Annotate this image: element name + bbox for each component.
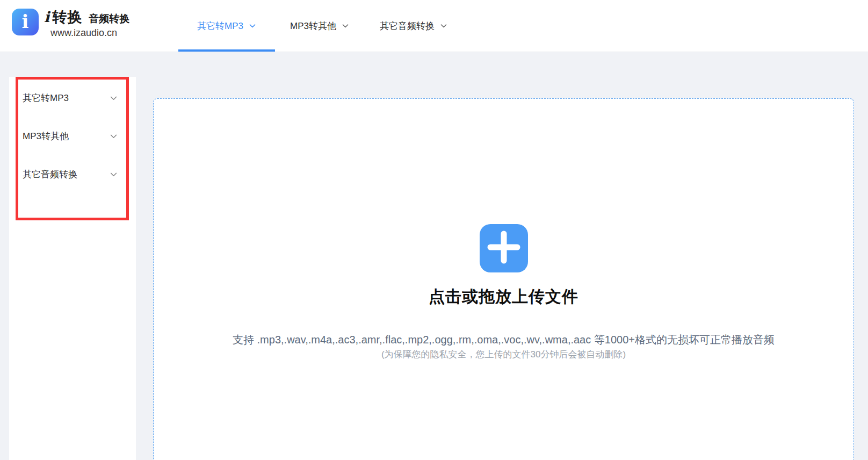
add-file-button[interactable] — [480, 224, 528, 272]
header: i i转换 音频转换 www.izaudio.cn 其它转MP3 MP3转其他 … — [0, 0, 868, 52]
chevron-down-icon — [110, 132, 118, 140]
sidebar-item-mp3-to-other[interactable]: MP3转其他 — [23, 126, 118, 146]
brand-subtitle: 音频转换 — [89, 12, 129, 26]
upload-privacy-note: (为保障您的隐私安全，您上传的文件30分钟后会被自动删除) — [381, 348, 626, 361]
chevron-down-icon — [249, 22, 256, 30]
nav-tab-label: MP3转其他 — [290, 20, 336, 32]
logo-letter: i — [22, 12, 29, 31]
upload-dropzone[interactable]: 点击或拖放上传文件 支持 .mp3,.wav,.m4a,.ac3,.amr,.f… — [153, 98, 854, 460]
chevron-down-icon — [440, 22, 447, 30]
chevron-down-icon — [110, 94, 118, 102]
brand-text: i转换 音频转换 www.izaudio.cn — [44, 8, 129, 39]
app-logo-icon: i — [12, 9, 39, 35]
sidebar-item-label: 其它音频转换 — [23, 168, 77, 181]
upload-supported-formats: 支持 .mp3,.wav,.m4a,.ac3,.amr,.flac,.mp2,.… — [233, 332, 775, 347]
main-nav: 其它转MP3 MP3转其他 其它音频转换 — [178, 0, 461, 52]
nav-tab-label: 其它转MP3 — [197, 20, 243, 32]
upload-title: 点击或拖放上传文件 — [429, 286, 578, 307]
chevron-down-icon — [342, 22, 349, 30]
sidebar-item-label: MP3转其他 — [23, 130, 69, 142]
sidebar-item-other-to-mp3[interactable]: 其它转MP3 — [23, 88, 118, 107]
sidebar-item-other-audio-convert[interactable]: 其它音频转换 — [23, 164, 118, 184]
brand-name-main: 转换 — [52, 9, 82, 25]
brand-name-prefix: i — [44, 9, 50, 25]
plus-icon — [480, 223, 528, 274]
brand-logo[interactable]: i i转换 音频转换 www.izaudio.cn — [12, 8, 129, 39]
brand-url: www.izaudio.cn — [50, 27, 129, 39]
nav-tab-mp3-to-other[interactable]: MP3转其他 — [279, 0, 360, 52]
nav-tab-label: 其它音频转换 — [380, 20, 435, 32]
chevron-down-icon — [110, 170, 118, 178]
sidebar-item-label: 其它转MP3 — [23, 92, 69, 104]
sidebar: 其它转MP3 MP3转其他 其它音频转换 — [9, 77, 136, 460]
brand-name: i转换 — [44, 8, 82, 27]
nav-tab-other-to-mp3[interactable]: 其它转MP3 — [178, 0, 275, 52]
nav-tab-other-audio-convert[interactable]: 其它音频转换 — [366, 0, 461, 52]
